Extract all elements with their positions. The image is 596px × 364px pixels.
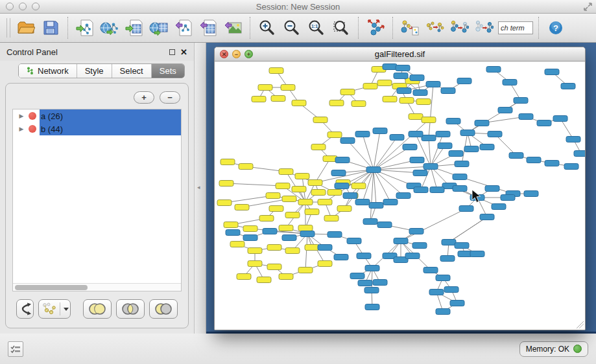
filter-select-button[interactable] <box>472 16 495 40</box>
zoom-out-button[interactable] <box>280 16 304 40</box>
graph-node[interactable] <box>423 267 438 273</box>
graph-node[interactable] <box>545 161 559 166</box>
tab-select[interactable]: Select <box>112 64 152 78</box>
graph-node[interactable] <box>279 274 293 280</box>
graph-node[interactable] <box>446 119 460 124</box>
graph-node[interactable] <box>298 267 313 273</box>
graph-node[interactable] <box>358 280 372 286</box>
graph-node[interactable] <box>334 255 348 260</box>
graph-node[interactable] <box>271 96 285 102</box>
graph-node[interactable] <box>263 229 277 234</box>
graph-node[interactable] <box>328 232 342 238</box>
export-network-button[interactable] <box>172 16 195 40</box>
graph-node[interactable] <box>488 131 502 137</box>
graph-node[interactable] <box>279 225 293 231</box>
graph-node[interactable] <box>343 193 357 199</box>
disclosure-triangle-icon[interactable]: ▶ <box>17 113 26 119</box>
import-table-file-button[interactable] <box>123 16 146 40</box>
graph-node[interactable] <box>441 88 455 94</box>
graph-node[interactable] <box>363 219 377 225</box>
graph-node[interactable] <box>455 243 469 249</box>
graph-node[interactable] <box>230 242 244 247</box>
network-canvas[interactable] <box>215 62 585 330</box>
graph-node[interactable] <box>574 151 585 157</box>
remove-set-button[interactable]: − <box>160 91 180 104</box>
graph-node[interactable] <box>257 277 271 283</box>
graph-node[interactable] <box>328 132 342 138</box>
graph-node[interactable] <box>365 266 379 271</box>
graph-node[interactable] <box>331 170 346 176</box>
graph-node[interactable] <box>369 203 383 209</box>
graph-node[interactable] <box>248 261 262 267</box>
graph-node[interactable] <box>337 206 352 212</box>
graph-node[interactable] <box>235 205 249 210</box>
graph-node[interactable] <box>259 216 274 222</box>
network-window-titlebar[interactable]: ✕ − + galFiltered.sif <box>215 47 585 62</box>
graph-node[interactable] <box>409 114 423 120</box>
graph-node[interactable] <box>311 144 326 150</box>
graph-node[interactable] <box>440 256 455 262</box>
fullscreen-icon[interactable] <box>584 3 592 13</box>
graph-node[interactable] <box>460 130 475 136</box>
graph-node[interactable] <box>514 98 528 104</box>
graph-node[interactable] <box>219 181 233 187</box>
graph-node[interactable] <box>377 80 392 86</box>
graph-node[interactable] <box>480 144 494 150</box>
graph-node[interactable] <box>436 275 450 281</box>
graph-node[interactable] <box>355 131 370 137</box>
graph-node[interactable] <box>527 157 541 163</box>
zoom-in-button[interactable] <box>256 16 279 40</box>
graph-node[interactable] <box>485 186 499 192</box>
graph-node[interactable] <box>281 85 295 91</box>
graph-node[interactable] <box>285 212 300 218</box>
graph-node[interactable] <box>524 191 538 197</box>
graph-node[interactable] <box>266 193 280 199</box>
graph-node[interactable] <box>501 195 515 201</box>
union-sets-button[interactable] <box>83 299 112 319</box>
close-panel-icon[interactable]: ✕ <box>180 49 187 55</box>
graph-node[interactable] <box>480 214 494 220</box>
graph-node[interactable] <box>444 287 459 293</box>
graph-node[interactable] <box>475 120 489 126</box>
graph-node[interactable] <box>252 97 266 102</box>
zoom-selected-button[interactable] <box>329 16 353 40</box>
graph-node[interactable] <box>276 183 290 189</box>
graph-node[interactable] <box>453 186 467 192</box>
graph-node[interactable] <box>438 143 452 149</box>
window-resize-grip[interactable] <box>576 321 584 328</box>
graph-node[interactable] <box>237 274 251 280</box>
graph-node[interactable] <box>394 238 408 244</box>
graph-node[interactable] <box>414 187 428 193</box>
graph-node[interactable] <box>282 196 296 202</box>
graph-node[interactable] <box>352 183 366 189</box>
graph-node[interactable] <box>243 235 257 241</box>
graph-node[interactable] <box>340 138 355 144</box>
graph-node[interactable] <box>355 199 370 205</box>
graph-node[interactable] <box>258 85 272 91</box>
graph-node[interactable] <box>279 169 293 175</box>
import-network-url-button[interactable] <box>98 16 121 40</box>
graph-node[interactable] <box>453 174 467 180</box>
collapse-panel-icon[interactable]: ◂ <box>197 184 200 190</box>
network-view-window[interactable]: ✕ − + galFiltered.sif <box>214 47 586 330</box>
graph-node[interactable] <box>410 157 424 163</box>
graph-node[interactable] <box>519 114 533 120</box>
graph-node[interactable] <box>267 264 281 270</box>
disclosure-triangle-icon[interactable]: ▶ <box>17 126 26 132</box>
graph-node[interactable] <box>285 248 300 254</box>
graph-node[interactable] <box>224 222 238 228</box>
graph-node[interactable] <box>429 290 444 295</box>
graph-node[interactable] <box>292 100 306 106</box>
tab-network[interactable]: Network <box>19 64 77 78</box>
graph-node[interactable] <box>357 253 371 259</box>
graph-node[interactable] <box>396 65 410 71</box>
graph-node[interactable] <box>292 187 306 192</box>
graph-node[interactable] <box>352 101 366 107</box>
graph-node[interactable] <box>373 128 387 134</box>
network-graph[interactable] <box>215 62 585 330</box>
graph-node[interactable] <box>318 245 332 251</box>
difference-sets-button[interactable] <box>149 299 178 319</box>
graph-node[interactable] <box>545 69 559 75</box>
graph-node[interactable] <box>553 116 567 122</box>
graph-node[interactable] <box>383 97 397 102</box>
